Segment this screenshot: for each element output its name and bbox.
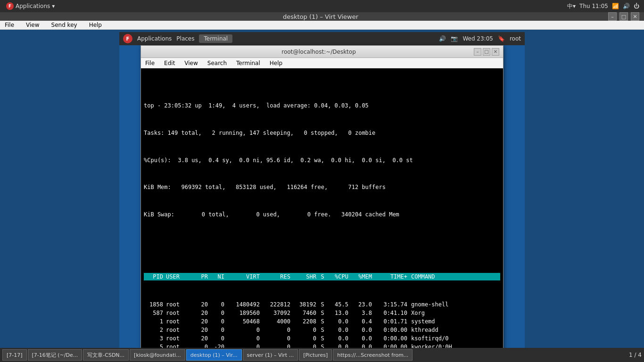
outer-pager-text: 1 / 4: [629, 352, 642, 358]
header-s: S: [318, 273, 327, 280]
gnome-topbar-right: 🔊 📷 Wed 23:05 🔖 root: [439, 35, 521, 42]
cell-pid: 1858: [144, 300, 165, 309]
term-edit-menu[interactable]: Edit: [162, 59, 177, 67]
outer-task-item-1[interactable]: [7-17]: [2, 349, 27, 361]
cell-shr: 0: [292, 334, 318, 343]
vv-sendkey-menu[interactable]: Send key: [49, 21, 80, 29]
cell-pr: 20: [193, 334, 210, 343]
virt-viewer-title: desktop (1) – Virt Viewer: [33, 13, 608, 20]
cell-virt: 0: [226, 326, 262, 334]
terminal-minimize-btn[interactable]: –: [474, 48, 481, 56]
gnome-screenshot-icon[interactable]: 📷: [451, 35, 458, 42]
gnome-sound-icon[interactable]: 🔊: [439, 35, 446, 42]
header-shr: SHR: [292, 273, 318, 280]
header-time: TIME+: [374, 273, 409, 280]
gnome-bookmark-icon: 🔖: [498, 35, 505, 42]
terminal-content[interactable]: top - 23:05:32 up 1:49, 4 users, load av…: [141, 68, 503, 362]
term-help-menu[interactable]: Help: [268, 59, 284, 67]
cell-res: 0: [262, 326, 292, 334]
cell-res: 222812: [262, 300, 292, 309]
cell-mem: 0.4: [350, 317, 374, 326]
terminal-window: root@localhost:~/Desktop – □ ✕ File Edit…: [140, 45, 504, 362]
cell-time: 0:00.00: [374, 326, 409, 334]
outer-taskbar: [7-17][7-16笔记 (~/De...写文章-CSDN...[kiosk@…: [0, 348, 644, 362]
terminal-maximize-btn[interactable]: □: [483, 48, 490, 56]
cell-ni: 0: [210, 317, 226, 326]
gnome-topbar: F Applications Places Terminal 🔊 📷 Wed 2…: [119, 32, 525, 45]
cell-cmd: ksoftirqd/0: [409, 334, 500, 343]
outer-task-item-3[interactable]: 写文章-CSDN...: [83, 349, 129, 361]
terminal-menubar: File Edit View Search Terminal Help: [141, 58, 503, 68]
term-terminal-menu[interactable]: Terminal: [234, 59, 262, 67]
header-user: USER: [165, 273, 193, 280]
table-row: 1root2005046840002208S0.00.40:01.71syste…: [144, 317, 500, 326]
outer-task-item-7[interactable]: [Pictures]: [299, 349, 332, 361]
cell-cpu: 0.0: [327, 317, 350, 326]
gnome-places-menu[interactable]: Places: [176, 35, 194, 42]
cell-ni: 0: [210, 309, 226, 317]
cell-cmd: Xorg: [409, 309, 500, 317]
header-virt: VIRT: [226, 273, 262, 280]
cell-mem: 0.0: [350, 334, 374, 343]
sound-icon[interactable]: 🔊: [623, 3, 630, 9]
virt-viewer-content: F Applications Places Terminal 🔊 📷 Wed 2…: [0, 30, 644, 362]
applications-menu[interactable]: F Applications ▾: [2, 2, 58, 10]
table-row: 3root200000S0.00.00:00.00ksoftirqd/0: [144, 334, 500, 343]
table-row: 2root200000S0.00.00:00.00kthreadd: [144, 326, 500, 334]
vv-help-menu[interactable]: Help: [87, 21, 104, 29]
cell-user: root: [165, 309, 193, 317]
vv-file-menu[interactable]: File: [2, 21, 17, 29]
cell-pr: 20: [193, 326, 210, 334]
cell-s: S: [318, 317, 327, 326]
cell-cpu: 0.0: [327, 326, 350, 334]
gnome-logo-icon: F: [6, 2, 14, 10]
cell-ni: 0: [210, 300, 226, 309]
cell-cpu: 0.0: [327, 334, 350, 343]
gnome-terminal-tab[interactable]: Terminal: [199, 34, 232, 43]
cell-pr: 20: [193, 317, 210, 326]
topbar-right: 中▾ Thu 11:05 📶 🔊 ⏻: [567, 2, 644, 10]
cell-virt: 189560: [226, 309, 262, 317]
outer-task-item-2[interactable]: [7-16笔记 (~/De...: [28, 349, 83, 361]
top-line3: %Cpu(s): 3.8 us, 0.4 sy, 0.0 ni, 95.6 id…: [144, 156, 500, 165]
cell-s: S: [318, 309, 327, 317]
cell-pid: 1: [144, 317, 165, 326]
term-view-menu[interactable]: View: [182, 59, 199, 67]
close-button[interactable]: ✕: [631, 12, 639, 21]
cell-pr: 20: [193, 300, 210, 309]
term-search-menu[interactable]: Search: [206, 59, 229, 67]
applications-arrow-icon: ▾: [52, 3, 55, 9]
topbar-left: F Applications ▾: [0, 2, 58, 10]
term-file-menu[interactable]: File: [143, 59, 157, 67]
cell-pid: 587: [144, 309, 165, 317]
cell-mem: 23.0: [350, 300, 374, 309]
outer-task-item-8[interactable]: https://...Screenshot from...: [333, 349, 413, 361]
cell-ni: 0: [210, 334, 226, 343]
gnome-applications-menu[interactable]: Applications: [137, 35, 172, 42]
cell-res: 0: [262, 334, 292, 343]
minimize-button[interactable]: –: [608, 12, 617, 21]
cell-time: 3:15.74: [374, 300, 409, 309]
cell-user: root: [165, 326, 193, 334]
language-selector[interactable]: 中▾: [567, 2, 576, 10]
table-row: 587root200189560370927460S13.03.80:41.10…: [144, 309, 500, 317]
outer-task-item-4[interactable]: [kiosk@foundati...: [130, 349, 185, 361]
power-icon[interactable]: ⏻: [634, 3, 639, 9]
outer-taskbar-pager: 1 / 4: [629, 352, 642, 358]
cell-user: root: [165, 334, 193, 343]
header-mem: %MEM: [350, 273, 374, 280]
outer-task-item-6[interactable]: server (1) – Virt ...: [243, 349, 298, 361]
applications-label: Applications: [16, 3, 50, 9]
cell-shr: 38192: [292, 300, 318, 309]
cell-virt: 50468: [226, 317, 262, 326]
outer-task-item-5[interactable]: desktop (1) – Vir...: [186, 349, 242, 361]
cell-ni: 0: [210, 326, 226, 334]
cell-s: S: [318, 326, 327, 334]
virt-viewer-window-controls: – □ ✕: [608, 12, 639, 21]
top-line5: KiB Swap: 0 total, 0 used, 0 free. 34020…: [144, 210, 500, 219]
maximize-button[interactable]: □: [619, 12, 628, 21]
terminal-titlebar: root@localhost:~/Desktop – □ ✕: [141, 46, 503, 58]
vv-view-menu[interactable]: View: [24, 21, 41, 29]
terminal-close-btn[interactable]: ✕: [492, 48, 499, 56]
cell-pr: 20: [193, 309, 210, 317]
